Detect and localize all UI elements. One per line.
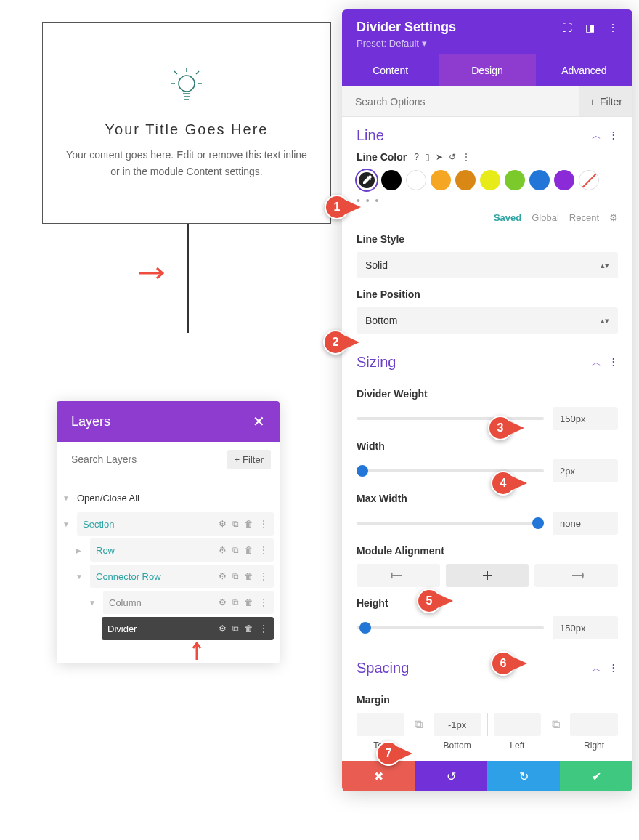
swatch-yellow[interactable] — [480, 170, 500, 190]
more-icon[interactable]: ⋮ — [608, 22, 618, 33]
gear-icon[interactable]: ⚙ — [219, 519, 227, 529]
redo-button[interactable]: ↻ — [487, 761, 560, 791]
tree-row-connector[interactable]: ▼ Connector Row ⚙ ⧉ 🗑 ⋮ — [76, 563, 274, 589]
tree-actions: ⚙ ⧉ 🗑 ⋮ — [219, 623, 268, 634]
duplicate-icon[interactable]: ⧉ — [232, 519, 239, 529]
color-picker-swatch[interactable] — [357, 170, 377, 190]
save-button[interactable]: ✔ — [560, 761, 632, 791]
swatch-white[interactable] — [406, 170, 426, 190]
trash-icon[interactable]: 🗑 — [245, 597, 253, 607]
tab-advanced[interactable]: Advanced — [536, 54, 632, 86]
chevron-up-icon[interactable]: ︿ — [592, 129, 601, 142]
more-icon[interactable]: ⋮ — [609, 662, 618, 675]
cursor-icon[interactable]: ➤ — [436, 152, 443, 162]
open-close-all[interactable]: ▼ Open/Close All — [62, 485, 274, 511]
link-icon[interactable]: ⧉ — [547, 713, 564, 736]
margin-right-input[interactable] — [570, 713, 618, 736]
layers-filter-button[interactable]: + Filter — [227, 450, 271, 469]
margin-left-input[interactable] — [494, 713, 542, 736]
settings-search-input[interactable] — [355, 96, 579, 108]
swatch-lime[interactable] — [505, 170, 525, 190]
gear-icon[interactable]: ⚙ — [219, 571, 227, 581]
gear-icon[interactable]: ⚙ — [219, 597, 227, 607]
more-icon[interactable]: ⋮ — [462, 152, 471, 162]
height-label: Height — [357, 597, 618, 609]
split-icon[interactable]: ◨ — [585, 22, 595, 33]
chevron-down-icon[interactable]: ▼ — [62, 520, 74, 528]
gear-icon[interactable]: ⚙ — [219, 623, 227, 634]
more-icon[interactable]: ⋮ — [259, 597, 268, 607]
divider-weight-input[interactable] — [553, 407, 618, 430]
section-head-spacing[interactable]: Spacing ︿⋮ — [342, 650, 632, 684]
duplicate-icon[interactable]: ⧉ — [232, 597, 239, 607]
trash-icon[interactable]: 🗑 — [245, 571, 253, 581]
tab-content[interactable]: Content — [342, 54, 439, 86]
callout-6: 6 — [491, 651, 527, 676]
maxwidth-input[interactable] — [553, 512, 618, 535]
tree-row-divider[interactable]: Divider ⚙ ⧉ 🗑 ⋮ — [102, 615, 274, 642]
height-input[interactable] — [553, 616, 618, 639]
help-icon[interactable]: ? — [414, 152, 419, 162]
align-left-button[interactable] — [357, 564, 440, 587]
close-icon[interactable]: ✕ — [253, 413, 265, 430]
chevron-up-icon[interactable]: ︿ — [592, 356, 601, 369]
more-icon[interactable]: ⋮ — [609, 356, 618, 369]
swatch-amber[interactable] — [455, 170, 476, 190]
line-position-label: Line Position — [357, 288, 618, 300]
swatch-black[interactable] — [381, 170, 402, 190]
swatch-orange[interactable] — [431, 170, 451, 190]
settings-search-row: + Filter — [342, 86, 632, 117]
tree-row-row[interactable]: ▶ Row ⚙ ⧉ 🗑 ⋮ — [76, 537, 274, 563]
chevron-up-icon[interactable]: ︿ — [592, 662, 601, 675]
line-style-select[interactable]: Solid ▴▾ — [357, 252, 618, 278]
expand-icon[interactable]: ⛶ — [562, 22, 572, 33]
link-icon[interactable]: ⧉ — [410, 713, 428, 736]
chevron-down-icon[interactable]: ▼ — [76, 573, 87, 581]
duplicate-icon[interactable]: ⧉ — [232, 571, 239, 581]
swatch-transparent[interactable] — [579, 170, 599, 190]
duplicate-icon[interactable]: ⧉ — [232, 545, 239, 555]
align-center-button[interactable] — [446, 564, 529, 587]
trash-icon[interactable]: 🗑 — [245, 623, 253, 634]
tree-row-column[interactable]: ▼ Column ⚙ ⧉ 🗑 ⋮ — [89, 589, 274, 615]
margin-bottom-input[interactable] — [434, 713, 481, 736]
more-icon[interactable]: ⋮ — [259, 519, 268, 529]
trash-icon[interactable]: 🗑 — [245, 545, 253, 555]
margin-label: Margin — [357, 694, 618, 706]
layers-search-input[interactable] — [65, 449, 227, 469]
more-icon[interactable]: ⋮ — [259, 545, 268, 555]
duplicate-icon[interactable]: ⧉ — [232, 623, 239, 634]
color-tab-saved[interactable]: Saved — [494, 212, 521, 223]
mobile-icon[interactable]: ▯ — [425, 152, 430, 162]
chevron-down-icon[interactable]: ▼ — [89, 599, 100, 607]
width-input[interactable] — [553, 459, 618, 482]
chevron-right-icon[interactable]: ▶ — [76, 546, 87, 554]
undo-button[interactable]: ↺ — [415, 761, 487, 791]
maxwidth-label: Max Width — [357, 493, 618, 504]
gear-icon[interactable]: ⚙ — [219, 545, 227, 555]
swatch-purple[interactable] — [554, 170, 574, 190]
section-head-sizing[interactable]: Sizing ︿⋮ — [342, 344, 632, 378]
tree-row-section[interactable]: ▼ Section ⚙ ⧉ 🗑 ⋮ — [62, 511, 274, 537]
chevron-down-icon[interactable]: ▼ — [62, 494, 74, 502]
reset-icon[interactable]: ↺ — [449, 152, 456, 162]
more-colors-icon[interactable]: • • • — [357, 195, 618, 206]
section-head-line[interactable]: Line ︿⋮ — [342, 117, 632, 151]
margin-top-input[interactable] — [357, 713, 404, 736]
trash-icon[interactable]: 🗑 — [245, 519, 253, 529]
align-row — [357, 564, 618, 587]
swatch-blue[interactable] — [529, 170, 550, 190]
maxwidth-slider[interactable] — [357, 522, 544, 525]
height-slider[interactable] — [357, 626, 544, 629]
line-position-select[interactable]: Bottom ▴▾ — [357, 307, 618, 334]
color-tab-recent[interactable]: Recent — [569, 212, 599, 223]
align-right-button[interactable] — [534, 564, 618, 587]
more-icon[interactable]: ⋮ — [259, 623, 268, 634]
more-icon[interactable]: ⋮ — [259, 571, 268, 581]
tab-design[interactable]: Design — [439, 54, 535, 86]
more-icon[interactable]: ⋮ — [609, 129, 618, 142]
color-tab-global[interactable]: Global — [532, 212, 559, 223]
gear-icon[interactable]: ⚙ — [609, 212, 618, 223]
settings-filter-button[interactable]: + Filter — [579, 86, 632, 116]
settings-preset[interactable]: Preset: Default ▾ — [357, 38, 618, 49]
